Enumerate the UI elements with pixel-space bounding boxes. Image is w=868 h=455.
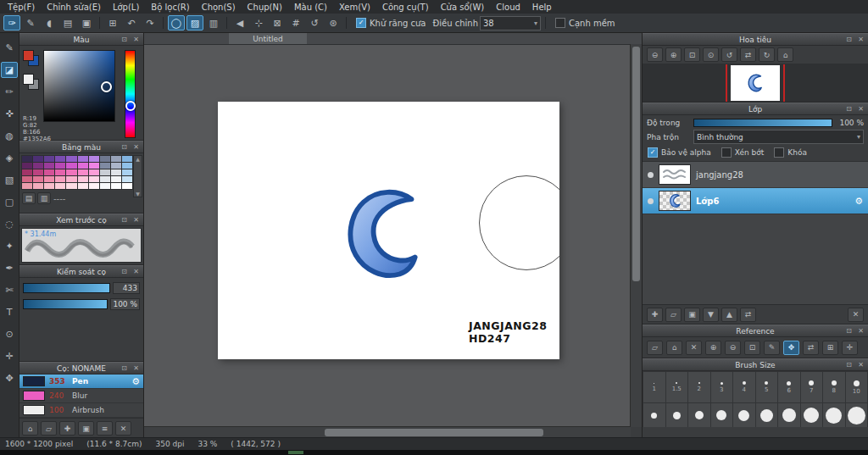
clipping-checkbox[interactable]: Xén bớt	[721, 147, 765, 158]
new-folder-icon[interactable]: ▱	[665, 308, 682, 322]
palette-swatch[interactable]	[22, 169, 32, 175]
lasso-tool[interactable]: ◌	[1, 216, 18, 232]
palette-swatch[interactable]	[55, 163, 65, 169]
redo-icon[interactable]: ↷	[142, 15, 159, 31]
palette-swatch[interactable]	[122, 169, 132, 175]
brush-size-option[interactable]: 1.5	[666, 372, 688, 402]
palette-swatch[interactable]	[89, 169, 99, 175]
menu-item[interactable]: Lớp(L)	[107, 1, 145, 14]
text-tool[interactable]: T	[1, 304, 18, 320]
palette-swatch[interactable]	[44, 183, 54, 189]
palette-swatch[interactable]	[100, 169, 110, 175]
undo-icon[interactable]: ↶	[123, 15, 140, 31]
rotate-cw-icon[interactable]: ↻	[759, 47, 775, 62]
layer-visibility-icon[interactable]	[648, 172, 654, 178]
flip-view-icon[interactable]: ⇄	[740, 47, 756, 62]
palette-swatch[interactable]	[66, 176, 76, 182]
canvas-area[interactable]: Untitled JANGJANG28 HD247	[144, 33, 642, 438]
close-icon[interactable]: ✕	[855, 359, 866, 370]
brush-size-option[interactable]: 3	[711, 372, 733, 402]
new-layer-icon[interactable]: ✚	[647, 308, 663, 322]
menu-item[interactable]: Help	[526, 1, 558, 14]
delete-brush-icon[interactable]: ✕	[115, 421, 131, 436]
close-icon[interactable]: ✕	[131, 266, 142, 277]
antialias-checkbox[interactable]: Khử răng cưa	[356, 18, 426, 28]
select-pen-tool[interactable]: ✒	[1, 260, 18, 276]
brush-size-option[interactable]: 1	[643, 372, 665, 402]
layer-up-icon[interactable]: ▲	[721, 308, 737, 322]
pen-tool[interactable]: ✎	[1, 40, 18, 56]
palette-swatch[interactable]	[66, 183, 76, 189]
palette-swatch[interactable]	[55, 183, 65, 189]
ref-eyedropper-icon[interactable]: ✛	[842, 341, 858, 355]
brush-settings-icon[interactable]: ⚙	[131, 376, 140, 387]
menu-item[interactable]: Chọn(S)	[196, 1, 242, 14]
palette-swatch[interactable]	[111, 176, 121, 182]
ref-hand-icon[interactable]: ✥	[783, 341, 799, 355]
palette-swatch[interactable]	[100, 176, 110, 182]
hand-tool[interactable]: ✥	[1, 370, 18, 386]
popout-icon[interactable]: ⊡	[843, 103, 854, 114]
palette-swatch[interactable]	[22, 176, 32, 182]
brush-size-option[interactable]	[778, 403, 800, 427]
popout-icon[interactable]: ⊡	[119, 214, 130, 225]
pencil-tool[interactable]: ✏	[1, 84, 18, 100]
ref-pencil-icon[interactable]: ✎	[764, 341, 780, 355]
brush-opacity-slider[interactable]	[23, 299, 108, 309]
popout-icon[interactable]: ⊡	[119, 363, 130, 374]
add-color-icon[interactable]: ▤	[22, 192, 36, 204]
ref-zoom-fit-icon[interactable]: ⊡	[744, 341, 760, 355]
magic-wand-tool[interactable]: ✦	[1, 238, 18, 254]
open-image-icon[interactable]: ▱	[647, 341, 663, 355]
close-image-icon[interactable]: ✕	[686, 341, 702, 355]
popout-icon[interactable]: ⊡	[843, 34, 854, 45]
brush-folder-icon[interactable]: ▱	[41, 421, 57, 436]
duplicate-layer-icon[interactable]: ▣	[684, 308, 700, 322]
zoom-tool[interactable]: ⊙	[1, 326, 18, 342]
brush-size-option[interactable]: 7	[801, 372, 823, 402]
palette-swatch[interactable]	[55, 169, 65, 175]
protect-alpha-checkbox[interactable]: Bảo vệ alpha	[648, 147, 711, 158]
grid-icon[interactable]: ⊞	[104, 15, 121, 31]
palette-swatch[interactable]	[78, 156, 88, 162]
brush-size-option[interactable]: 5	[756, 372, 778, 402]
palette-swatch[interactable]	[78, 163, 88, 169]
zoom-out-icon[interactable]: ⊖	[647, 47, 663, 62]
fill-tool[interactable]: ◍	[1, 128, 18, 144]
eyedropper-tool[interactable]: ✛	[1, 348, 18, 364]
brush-size-option[interactable]: 8	[823, 372, 845, 402]
close-icon[interactable]: ✕	[855, 325, 866, 336]
snap-grid-icon[interactable]: #	[287, 15, 304, 31]
palette-swatch[interactable]	[111, 163, 121, 169]
brush-row-airbrush[interactable]: 100 Airbrush	[19, 403, 143, 418]
zoom-in-icon[interactable]: ⊕	[665, 47, 682, 62]
ref-zoom-out-icon[interactable]: ⊖	[725, 341, 741, 355]
rotate-ccw-icon[interactable]: ↺	[721, 47, 737, 62]
zoom-fit-icon[interactable]: ⊡	[684, 47, 700, 62]
menu-item[interactable]: Chỉnh sửa(E)	[41, 1, 107, 14]
brush-size-option[interactable]: 6	[778, 372, 800, 402]
eraser-tool[interactable]: ◪	[1, 62, 18, 78]
add-brush-icon[interactable]: ✚	[59, 421, 75, 436]
navigator-view[interactable]	[643, 64, 868, 102]
popout-icon[interactable]: ⊡	[119, 266, 130, 277]
palette-swatch[interactable]	[33, 169, 43, 175]
pen-settings-icon[interactable]: ✎	[22, 15, 39, 31]
palette-swatch[interactable]	[111, 169, 121, 175]
brush-size-option[interactable]	[688, 403, 710, 427]
drawing-canvas[interactable]: JANGJANG28 HD247	[218, 102, 559, 359]
palette-swatch[interactable]	[66, 169, 76, 175]
secondary-swatches[interactable]	[23, 74, 38, 89]
close-icon[interactable]: ✕	[855, 34, 866, 45]
palette-swatch[interactable]	[44, 156, 54, 162]
layer-row-lop6[interactable]: Lớp6 ⚙	[643, 188, 868, 214]
transfer-layer-icon[interactable]: ⇄	[740, 308, 756, 322]
brush-pattern-icon[interactable]: ▥	[205, 15, 222, 31]
vertical-scrollbar[interactable]	[630, 44, 642, 427]
menu-item[interactable]: Cloud	[490, 1, 526, 14]
canvas-tab-untitled[interactable]: Untitled	[229, 33, 307, 44]
merge-down-icon[interactable]: ▼	[703, 308, 719, 322]
home-icon[interactable]: ⌂	[666, 341, 682, 355]
palette-swatch[interactable]	[89, 176, 99, 182]
select-eraser-tool[interactable]: ✄	[1, 282, 18, 298]
